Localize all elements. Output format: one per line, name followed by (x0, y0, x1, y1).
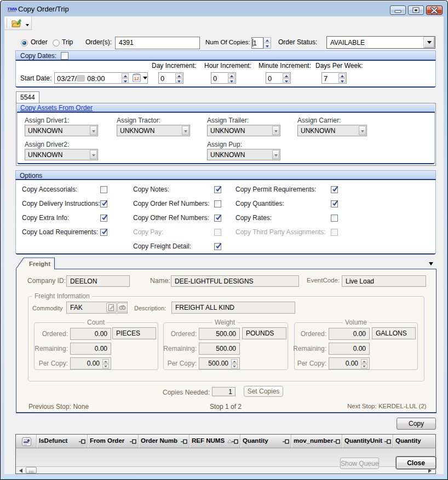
svg-text:12: 12 (134, 76, 139, 81)
